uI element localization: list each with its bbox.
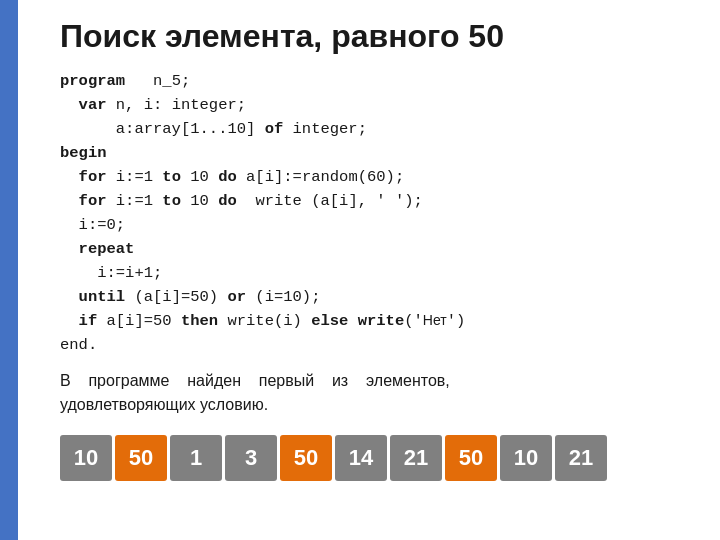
code-line-8: repeat [60,237,690,261]
array-row: 10 50 1 3 50 14 21 50 10 21 [60,435,690,481]
code-line-12: end. [60,333,690,357]
code-block: program n_5; var n, i: integer; a:array[… [60,69,690,357]
array-cell-1: 10 [60,435,112,481]
array-cell-6: 14 [335,435,387,481]
code-line-7: i:=0; [60,213,690,237]
code-line-5: for i:=1 to 10 do a[i]:=random(60); [60,165,690,189]
array-cell-7: 21 [390,435,442,481]
array-cell-2: 50 [115,435,167,481]
array-cell-5: 50 [280,435,332,481]
array-cell-9: 10 [500,435,552,481]
page-title: Поиск элемента, равного 50 [60,18,690,55]
code-line-1: program n_5; [60,69,690,93]
code-line-2: var n, i: integer; [60,93,690,117]
description: В программе найден первый из элементов, … [60,369,690,417]
code-line-9: i:=i+1; [60,261,690,285]
left-bar [0,0,18,540]
code-line-11: if a[i]=50 then write(i) else write('Нет… [60,309,690,333]
array-cell-3: 1 [170,435,222,481]
array-cell-4: 3 [225,435,277,481]
array-cell-10: 21 [555,435,607,481]
page: Поиск элемента, равного 50 program n_5; … [0,0,720,540]
code-line-4: begin [60,141,690,165]
array-cell-8: 50 [445,435,497,481]
code-line-10: until (a[i]=50) or (i=10); [60,285,690,309]
code-line-3: a:array[1...10] of integer; [60,117,690,141]
code-line-6: for i:=1 to 10 do write (a[i], ' '); [60,189,690,213]
